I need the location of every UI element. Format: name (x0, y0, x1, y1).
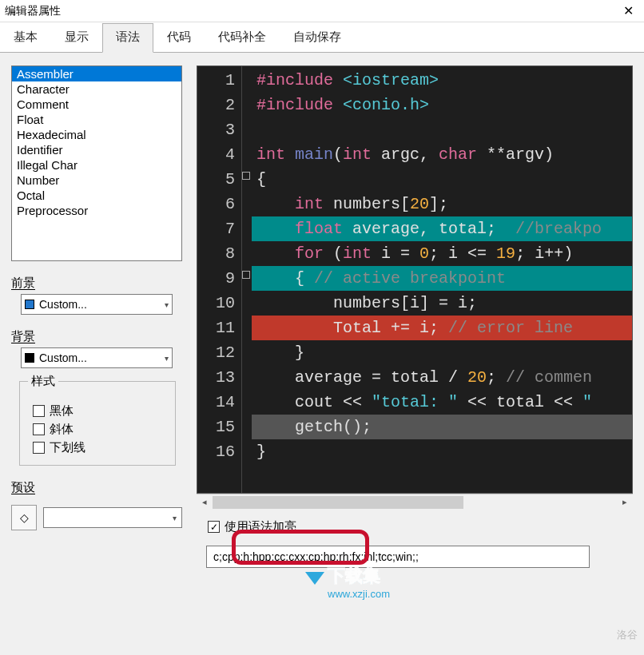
background-color-combo[interactable]: Custom... ▾ (21, 347, 173, 368)
window-title: 编辑器属性 (5, 4, 61, 18)
checkbox-icon: ✓ (208, 521, 220, 533)
diskette-icon: ◇ (20, 511, 29, 524)
underline-label: 下划线 (50, 440, 85, 455)
foreground-color-combo[interactable]: Custom... ▾ (21, 294, 173, 315)
bold-checkbox-row[interactable]: 黑体 (28, 402, 167, 420)
foreground-label: 前景 (11, 276, 182, 291)
checkbox-icon (33, 405, 45, 417)
code-preview: 12345678910111213141516 #include <iostre… (197, 66, 633, 494)
scroll-track[interactable] (213, 494, 617, 510)
italic-checkbox-row[interactable]: 斜体 (28, 420, 167, 439)
fold-marker-icon[interactable] (242, 172, 250, 180)
combo-text: Custom... (39, 298, 165, 311)
list-item[interactable]: Assembler (12, 66, 181, 81)
fold-marker-icon[interactable] (242, 271, 250, 279)
underline-checkbox-row[interactable]: 下划线 (28, 439, 167, 457)
tab-autosave[interactable]: 自动保存 (280, 23, 355, 53)
background-label: 背景 (11, 329, 182, 344)
style-group: 样式 黑体 斜体 下划线 (19, 381, 176, 466)
tab-bar: 基本 显示 语法 代码 代码补全 自动保存 (0, 22, 644, 53)
style-group-title: 样式 (28, 374, 58, 389)
fold-column (242, 66, 252, 493)
close-button[interactable]: ✕ (612, 0, 644, 22)
scroll-right-icon[interactable]: ▸ (617, 494, 633, 510)
title-bar: 编辑器属性 ✕ (0, 0, 644, 22)
file-extensions-input[interactable] (206, 546, 590, 568)
list-item[interactable]: Character (12, 81, 181, 97)
combo-text: Custom... (39, 351, 165, 364)
bold-label: 黑体 (50, 403, 74, 419)
tab-basic[interactable]: 基本 (0, 23, 51, 53)
list-item[interactable]: Preprocessor (12, 203, 181, 218)
preset-save-button[interactable]: ◇ (11, 505, 37, 530)
list-item[interactable]: Hexadecimal (12, 127, 181, 142)
chevron-down-icon: ▾ (173, 514, 177, 522)
chevron-down-icon: ▾ (165, 354, 169, 363)
list-item[interactable]: Identifier (12, 142, 181, 157)
chevron-down-icon: ▾ (165, 300, 169, 309)
horizontal-scrollbar[interactable]: ◂ ▸ (197, 494, 633, 510)
download-arrow-icon (305, 572, 324, 585)
tab-syntax[interactable]: 语法 (102, 23, 153, 53)
line-number-gutter: 12345678910111213141516 (197, 66, 242, 493)
footer-hint: 洛谷 (617, 628, 638, 642)
list-item[interactable]: Float (12, 112, 181, 127)
list-item[interactable]: Number (12, 173, 181, 188)
code-area: #include <iostream>#include <conio.h>int… (252, 66, 632, 493)
list-item[interactable]: Octal (12, 188, 181, 203)
checkbox-icon (33, 423, 45, 435)
list-item[interactable]: Illegal Char (12, 157, 181, 173)
use-syntax-highlight-label: 使用语法加亮 (225, 519, 296, 534)
scroll-thumb[interactable] (213, 496, 463, 509)
preset-label: 预设 (11, 480, 182, 495)
italic-label: 斜体 (50, 422, 74, 437)
use-syntax-highlight-checkbox[interactable]: ✓ 使用语法加亮 (208, 519, 633, 534)
syntax-element-list[interactable]: Assembler Character Comment Float Hexade… (11, 66, 182, 261)
preset-combo[interactable]: ▾ (43, 507, 182, 528)
scroll-left-icon[interactable]: ◂ (197, 494, 213, 510)
list-item[interactable]: Comment (12, 97, 181, 112)
color-swatch-icon (25, 300, 34, 309)
color-swatch-icon (25, 353, 34, 363)
tab-display[interactable]: 显示 (51, 23, 102, 53)
tab-code[interactable]: 代码 (153, 23, 205, 53)
checkbox-icon (33, 442, 45, 454)
close-icon: ✕ (623, 3, 634, 18)
tab-completion[interactable]: 代码补全 (205, 23, 280, 53)
